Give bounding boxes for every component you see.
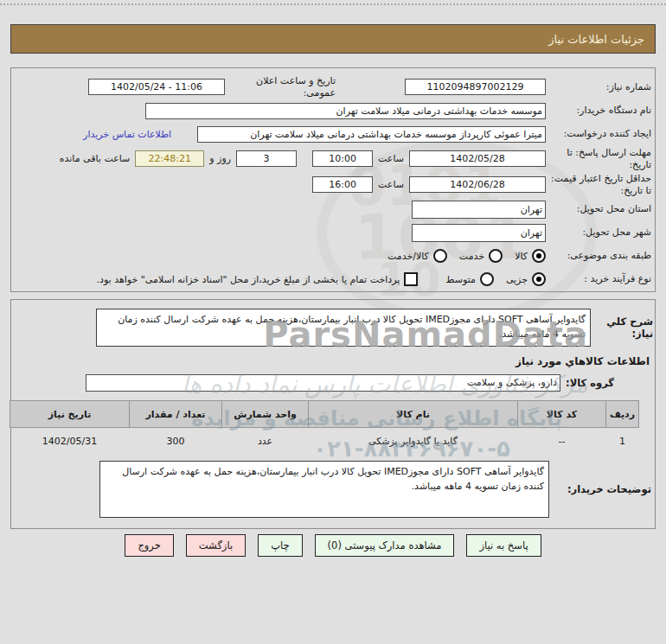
goods-group-field[interactable]: دارو، پزشکی و سلامت [86, 374, 560, 392]
treasury-checkbox[interactable] [404, 272, 418, 286]
radio-medium-label: متوسط [445, 274, 476, 285]
treasury-checkbox-label: پرداخت تمام یا بخشی از مبلغ خرید،از محل … [97, 274, 400, 285]
page-title-text: جزئیات اطلاعات نیاز [548, 33, 644, 46]
page-title: جزئیات اطلاعات نیاز [10, 24, 656, 54]
response-deadline-row: مهلت ارسال پاسخ: تا تاریخ: 1402/05/28 سا… [15, 146, 651, 172]
back-button[interactable]: بازگشت [186, 534, 246, 557]
purchase-process-label: نوع فرآیند خرید : [546, 273, 651, 285]
goods-info-panel: شرح کلي نياز: گایدوایر آساهی SOFT دارای … [10, 299, 656, 529]
deadline-time-field[interactable]: 10:00 [312, 150, 373, 167]
delivery-city-row: شهر محل تحویل: تهران [15, 221, 651, 245]
action-buttons: پاسخ به نیاز مشاهده مدارک پیوستی (0) چاپ… [10, 534, 656, 557]
cell-goods-code: -- [518, 428, 606, 455]
deadline-date-field[interactable]: 1402/05/28 [409, 150, 546, 167]
col-header-date: تاریخ نیاز [10, 401, 130, 428]
buyer-org-label: نام دستگاه خریدار: [546, 105, 651, 117]
print-button[interactable]: چاپ [258, 534, 302, 557]
request-creator-field[interactable]: میترا عموئی کارپرداز موسسه خدمات بهداشتی… [197, 126, 546, 143]
col-header-code: کد کالا [518, 401, 606, 428]
time-remaining-label: ساعت باقی مانده [60, 153, 131, 164]
cell-goods-name: گاید یا گایدوایر پزشکی [309, 428, 518, 455]
days-remaining-field: 3 [236, 150, 297, 167]
hour-label: ساعت [378, 179, 404, 190]
buyer-notes-row: توضیحات خریدار: گایدوایر آساهی SOFT دارا… [13, 461, 653, 518]
buyer-contact-link[interactable]: اطلاعات تماس خریدار [83, 129, 171, 140]
announce-datetime-label: تاریخ و ساعت اعلان عمومی: [230, 75, 336, 99]
need-number-row: شماره نیاز: 1102094897002129 تاریخ و ساع… [15, 75, 651, 99]
need-description-row: شرح کلي نياز: گایدوایر آساهی SOFT دارای … [13, 309, 653, 347]
delivery-city-field[interactable]: تهران [412, 224, 546, 242]
validity-date-field[interactable]: 1402/06/28 [409, 176, 546, 193]
radio-medium[interactable] [480, 272, 494, 286]
radio-goods-service[interactable] [433, 249, 447, 263]
cell-quantity: 300 [130, 428, 222, 455]
classification-label: طبقه بندی موضوعی: [546, 250, 651, 262]
goods-section-title: اطلاعات كالاهاي مورد نياز [13, 347, 653, 369]
table-row: 1 -- گاید یا گایدوایر پزشکی عدد 300 1402… [10, 428, 639, 455]
countdown-timer: 22:48:21 [135, 150, 204, 167]
hour-label: ساعت [378, 153, 404, 164]
radio-service-label: خدمت [459, 251, 484, 262]
delivery-province-label: استان محل تحویل: [546, 203, 651, 215]
radio-goods-service-label: کالا/خدمت [387, 251, 429, 262]
col-header-qty: تعداد / مقدار [130, 401, 222, 428]
col-header-row: ردیف [606, 401, 639, 428]
need-description-label: شرح کلي نياز: [591, 316, 653, 340]
need-info-panel: شماره نیاز: 1102094897002129 تاریخ و ساع… [10, 67, 656, 292]
col-header-unit: واحد شمارش [222, 401, 309, 428]
response-deadline-label: مهلت ارسال پاسخ: تا تاریخ: [546, 147, 651, 171]
col-header-name: نام کالا [309, 401, 518, 428]
classification-row: طبقه بندی موضوعی: کالا خدمت کالا/خدمت [15, 245, 651, 268]
goods-group-label: گروه کالا: [560, 377, 614, 389]
goods-table: ردیف کد کالا نام کالا واحد شمارش تعداد /… [10, 400, 639, 454]
cell-count-unit: عدد [222, 428, 309, 455]
cell-row-number: 1 [606, 428, 639, 455]
respond-to-need-button[interactable]: پاسخ به نیاز [466, 534, 541, 557]
delivery-city-label: شهر محل تحویل: [546, 226, 651, 239]
need-number-field[interactable]: 1102094897002129 [405, 79, 546, 95]
need-number-label: شماره نیاز: [546, 81, 651, 93]
radio-goods[interactable] [532, 249, 546, 263]
buyer-org-row: نام دستگاه خریدار: موسسه خدمات بهداشتی د… [15, 99, 651, 123]
buyer-notes-box[interactable]: گایدوایر آساهی SOFT دارای مجوزIMED تحویل… [99, 461, 549, 518]
buyer-org-field[interactable]: موسسه خدمات بهداشتی درمانی میلاد سلامت ت… [145, 103, 546, 119]
purchase-process-row: نوع فرآیند خرید : جزیی متوسط پرداخت تمام… [15, 268, 651, 291]
request-creator-row: ایجاد کننده درخواست: میترا عموئی کارپردا… [15, 123, 651, 146]
radio-service[interactable] [489, 249, 503, 263]
goods-table-header: ردیف کد کالا نام کالا واحد شمارش تعداد /… [10, 401, 639, 428]
validity-time-field[interactable]: 16:00 [312, 176, 373, 193]
buyer-notes-label: توضیحات خریدار: [549, 483, 651, 495]
view-attachments-button[interactable]: مشاهده مدارک پیوستی (0) [315, 534, 455, 557]
top-dotted-divider [0, 3, 666, 5]
radio-minor[interactable] [532, 272, 546, 286]
announce-datetime-field[interactable]: 1402/05/24 - 11:06 [88, 79, 225, 95]
radio-minor-label: جزیی [506, 274, 528, 285]
request-creator-label: ایجاد کننده درخواست: [546, 128, 651, 140]
days-and-label: روز و [209, 153, 231, 164]
exit-button[interactable]: خروج [125, 534, 173, 557]
goods-group-row: گروه کالا: دارو، پزشکی و سلامت [13, 374, 653, 392]
cell-need-date: 1402/05/31 [10, 428, 130, 455]
price-validity-label: حداقل تاریخ اعتبار قیمت: تا تاریخ: [546, 173, 651, 197]
radio-goods-label: کالا [515, 251, 528, 262]
delivery-province-field[interactable]: تهران [412, 201, 546, 219]
need-description-box[interactable]: گایدوایر آساهی SOFT دارای مجوزIMED تحویل… [96, 309, 591, 347]
delivery-province-row: استان محل تحویل: تهران [15, 198, 651, 221]
price-validity-row: حداقل تاریخ اعتبار قیمت: تا تاریخ: 1402/… [15, 172, 651, 198]
